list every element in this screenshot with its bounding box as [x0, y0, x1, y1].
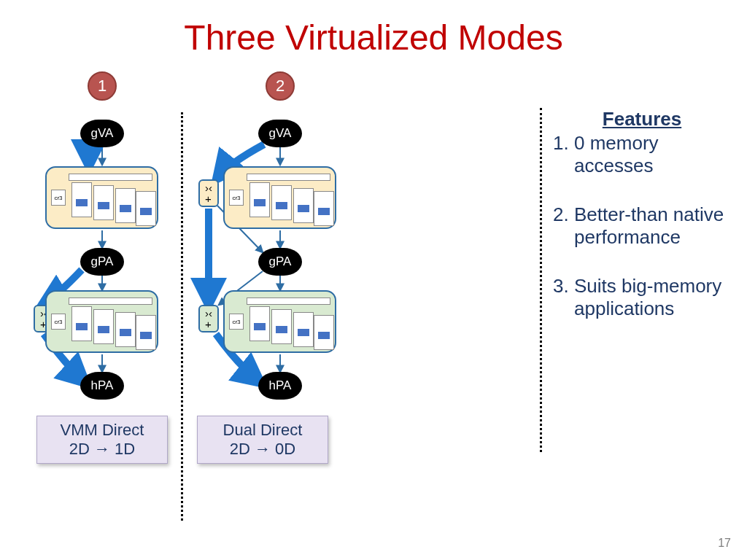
features-block: Features 0 memory accesses Better-than n… — [551, 108, 733, 346]
bypass-bottom-2: ›‹+ — [198, 305, 219, 332]
node-gva-2: gVA — [258, 120, 302, 147]
cr3-label: cr3 — [51, 314, 66, 330]
cr3-label: cr3 — [229, 314, 244, 330]
caption-line: 2D → 0D — [201, 440, 325, 459]
feature-item: 0 memory accesses — [574, 132, 733, 177]
badge-1: 1 — [88, 71, 117, 101]
features-heading: Features — [551, 108, 733, 131]
features-list: 0 memory accesses Better-than native per… — [551, 132, 733, 320]
node-hpa-2: hPA — [258, 372, 302, 400]
guest-page-table-1: cr3 — [45, 166, 158, 229]
cr3-label: cr3 — [51, 190, 66, 206]
guest-page-table-2: cr3 — [223, 166, 336, 229]
slide-title: Three Virtualized Modes — [0, 18, 747, 58]
node-gpa-1: gPA — [80, 248, 124, 276]
badge-2: 2 — [266, 71, 295, 101]
divider-1 — [181, 112, 183, 521]
feature-item: Better-than native performance — [574, 203, 733, 249]
page-number: 17 — [718, 537, 731, 550]
caption-line: Dual Direct — [201, 421, 325, 440]
host-page-table-2: cr3 — [223, 290, 336, 353]
caption-mode-2: Dual Direct 2D → 0D — [197, 416, 328, 464]
node-gpa-2: gPA — [258, 248, 302, 276]
caption-line: VMM Direct — [40, 421, 164, 440]
node-hpa-1: hPA — [80, 372, 124, 400]
host-page-table-1: cr3 — [45, 290, 158, 353]
feature-item: Suits big-memory applications — [574, 275, 733, 320]
caption-line: 2D → 1D — [40, 440, 164, 459]
bypass-top-2: ›‹+ — [198, 179, 219, 207]
node-gva-1: gVA — [80, 120, 124, 147]
caption-mode-1: VMM Direct 2D → 1D — [36, 416, 168, 464]
divider-2 — [540, 108, 542, 452]
cr3-label: cr3 — [229, 190, 244, 206]
